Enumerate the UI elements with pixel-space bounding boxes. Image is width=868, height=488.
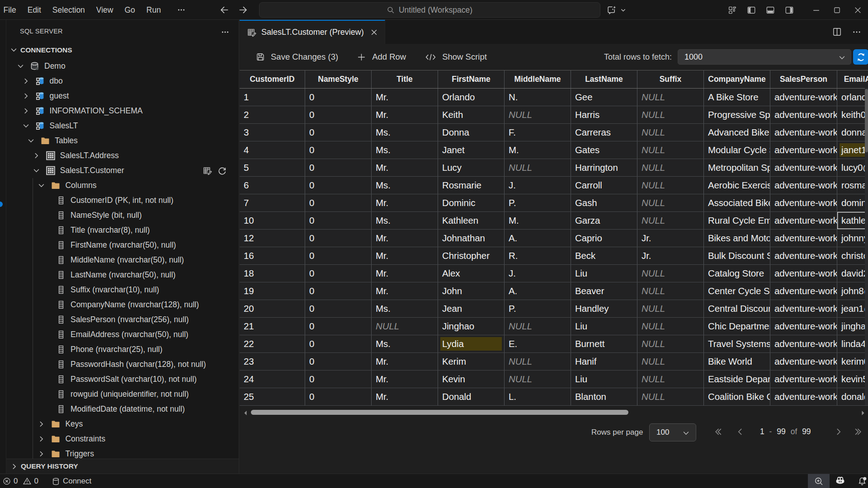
grid-cell[interactable]: Mr. (372, 159, 438, 176)
grid-cell[interactable]: 16 (240, 247, 305, 264)
grid-cell[interactable]: Catalog Store (704, 265, 770, 282)
chevron-right-icon[interactable] (38, 435, 45, 443)
tree-item-companyname[interactable]: CompanyName (nvarchar(128), null) (6, 297, 239, 312)
grid-cell[interactable]: Blanton (571, 388, 637, 405)
grid-cell[interactable]: M. (505, 141, 571, 159)
refresh-button[interactable] (853, 49, 868, 65)
grid-cell[interactable]: Lucy (438, 159, 505, 176)
grid-cell[interactable]: Mr. (372, 265, 438, 282)
grid-cell[interactable]: NULL (637, 89, 704, 106)
grid-cell[interactable]: 10 (240, 212, 305, 229)
grid-cell[interactable]: 20 (240, 300, 305, 317)
grid-cell[interactable]: 0 (305, 388, 372, 405)
grid-cell[interactable]: A. (505, 282, 571, 300)
grid-cell[interactable]: Mr. (372, 371, 438, 388)
connections-section-header[interactable]: CONNECTIONS (6, 42, 239, 57)
grid-cell[interactable]: Progressive Sports (704, 106, 770, 123)
tree-item-demo[interactable]: Demo (6, 59, 239, 74)
grid-cell[interactable]: jean1@adventure-works.com (837, 300, 868, 317)
scroll-left-icon[interactable] (242, 409, 249, 417)
tree-item-passwordhash[interactable]: PasswordHash (varchar(128), not null) (6, 357, 239, 372)
grid-cell[interactable]: Harris (571, 106, 637, 123)
menu-file[interactable]: File (0, 0, 22, 20)
grid-column-header-firstname[interactable]: FirstName (438, 70, 505, 88)
grid-cell[interactable]: Keith (438, 106, 505, 123)
grid-cell[interactable]: lucy0@adventure-works.com (837, 159, 868, 176)
grid-cell[interactable]: Jean (438, 300, 505, 317)
grid-cell[interactable]: Liu (571, 318, 637, 335)
grid-cell[interactable]: 0 (305, 230, 372, 247)
grid-cell[interactable]: NULL (637, 335, 704, 352)
grid-cell[interactable]: N. (505, 89, 571, 106)
tree-item-firstname[interactable]: FirstName (nvarchar(50), null) (6, 238, 239, 253)
close-icon[interactable] (847, 0, 868, 20)
grid-cell[interactable]: adventure-works\david8 (770, 106, 837, 123)
grid-cell[interactable]: Ms. (372, 335, 438, 352)
scroll-right-icon[interactable] (859, 409, 867, 417)
grid-cell[interactable]: Orlando (438, 89, 505, 106)
grid-cell[interactable]: rosmarie0@adventure-works.com (837, 177, 868, 194)
vertical-scrollbar[interactable] (865, 88, 868, 405)
grid-cell[interactable]: david20@adventure-works.com (837, 265, 868, 282)
grid-cell[interactable]: Ms. (372, 177, 438, 194)
grid-cell[interactable]: 24 (240, 371, 305, 388)
minimize-icon[interactable] (806, 0, 826, 20)
forward-icon[interactable] (238, 5, 249, 15)
grid-cell[interactable]: P. (505, 194, 571, 211)
grid-cell[interactable]: donna0@adventure-works.com (837, 124, 868, 141)
chevron-right-icon[interactable] (33, 152, 40, 160)
grid-cell[interactable]: NULL (372, 318, 438, 335)
grid-cell[interactable]: Donald (438, 388, 505, 405)
grid-cell[interactable]: 0 (305, 335, 372, 352)
grid-cell[interactable]: 0 (305, 282, 372, 300)
grid-cell[interactable]: Liu (571, 265, 637, 282)
grid-cell[interactable]: adventure-works\jason1 (770, 247, 837, 264)
grid-cell[interactable]: Mr. (372, 230, 438, 247)
grid-cell[interactable]: Carreras (571, 124, 637, 141)
grid-cell[interactable]: adventure-works\linda3 (770, 265, 837, 282)
grid-cell[interactable]: Handley (571, 300, 637, 317)
grid-cell[interactable]: NULL (637, 141, 704, 159)
tree-item-phone[interactable]: Phone (nvarchar(25), null) (6, 342, 239, 357)
grid-cell[interactable]: Ms. (372, 141, 438, 159)
grid-cell[interactable]: Kevin (438, 371, 505, 388)
chevron-right-icon[interactable] (38, 450, 45, 458)
horizontal-scrollbar-thumb[interactable] (251, 410, 628, 415)
copilot-icon[interactable] (835, 476, 846, 487)
back-icon[interactable] (219, 5, 230, 15)
grid-cell[interactable]: NULL (637, 318, 704, 335)
tree-item-emailaddress[interactable]: EmailAddress (nvarchar(50), null) (6, 327, 239, 342)
grid-cell[interactable]: Liu (571, 371, 637, 388)
grid-column-header-title[interactable]: Title (372, 70, 438, 88)
tree-item-dbo[interactable]: dbo (6, 74, 239, 89)
grid-cell[interactable]: 22 (240, 335, 305, 352)
grid-cell[interactable]: 0 (305, 124, 372, 141)
grid-cell[interactable]: dominic0@adventure-works.com (837, 194, 868, 211)
grid-cell[interactable]: johnny0@adventure-works.com (837, 230, 868, 247)
query-history-section-header[interactable]: QUERY HISTORY (6, 459, 239, 474)
grid-cell[interactable]: Beaver (571, 282, 637, 300)
grid-cell[interactable]: adventure-works\jillian0 (770, 141, 837, 159)
grid-column-header-middlename[interactable]: MiddleName (505, 70, 571, 88)
grid-cell[interactable]: A Bike Store (704, 89, 770, 106)
grid-cell[interactable]: Kerim (438, 353, 505, 370)
grid-cell[interactable]: adventure-works\shu0 (770, 353, 837, 370)
grid-cell[interactable]: 19 (240, 282, 305, 300)
grid-cell[interactable]: NULL (505, 371, 571, 388)
grid-cell[interactable]: donald0@adventure-works.com (837, 388, 868, 405)
tree-item-constraints[interactable]: Constraints (6, 432, 239, 446)
refresh-icon[interactable] (218, 166, 226, 175)
grid-cell[interactable]: 25 (240, 388, 305, 405)
grid-cell[interactable]: R. (505, 247, 571, 264)
grid-cell[interactable]: jinghao1@adventure-works.com (837, 318, 868, 335)
save-changes-button[interactable]: Save Changes (3) (256, 52, 338, 62)
grid-cell[interactable]: orlando0@adventure-works.com (837, 89, 868, 106)
grid-cell[interactable]: adventure-works\jillian0 (770, 124, 837, 141)
grid-cell[interactable]: 18 (240, 265, 305, 282)
grid-cell[interactable]: Mr. (372, 106, 438, 123)
grid-cell[interactable]: adventure-works\jillian0 (770, 282, 837, 300)
grid-cell[interactable]: Associated Bike Store (704, 194, 770, 211)
grid-cell[interactable]: Johnathan (438, 230, 505, 247)
tree-item-saleslt[interactable]: SalesLT (6, 118, 239, 133)
grid-cell[interactable]: kevin5@adventure-works.com (837, 371, 868, 388)
